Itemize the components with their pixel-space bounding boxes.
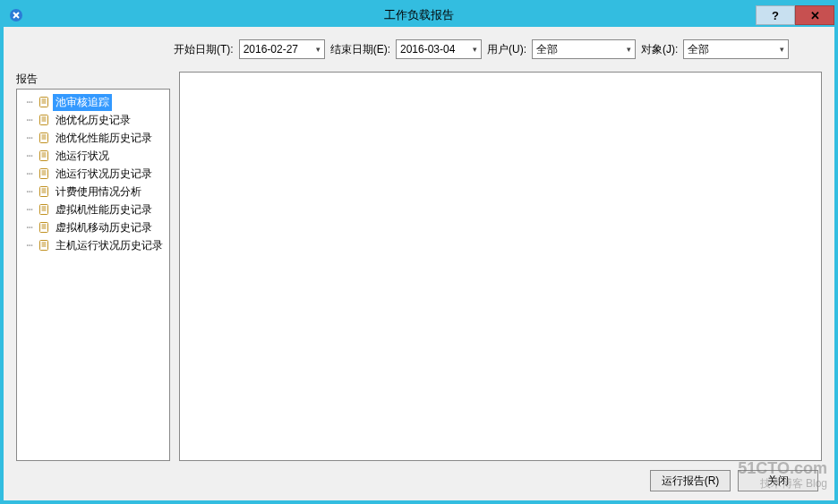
svg-rect-35 — [40, 241, 48, 251]
app-icon — [9, 8, 23, 22]
svg-rect-11 — [40, 133, 48, 143]
chevron-down-icon: ▾ — [473, 45, 477, 54]
svg-rect-27 — [40, 205, 48, 215]
object-label: 对象(J): — [641, 42, 678, 57]
titlebar: 工作负载报告 ? ✕ — [4, 4, 834, 27]
user-dropdown[interactable]: 全部 ▾ — [532, 39, 636, 59]
tree-connector: ⋯ — [24, 167, 35, 180]
tree-item[interactable]: ⋯池运行状况 — [19, 147, 167, 165]
tree-item-label: 虚拟机移动历史记录 — [53, 219, 155, 236]
tree-item-label: 虚拟机性能历史记录 — [53, 201, 155, 218]
tree-item-label: 计费使用情况分析 — [53, 184, 144, 201]
svg-rect-7 — [40, 115, 48, 125]
object-dropdown[interactable]: 全部 ▾ — [683, 39, 789, 59]
tree-connector: ⋯ — [24, 185, 35, 198]
tree-item-label: 主机运行状况历史记录 — [53, 237, 166, 254]
window-controls: ? ✕ — [756, 5, 834, 25]
start-date-value: 2016-02-27 — [244, 43, 298, 56]
tree-item[interactable]: ⋯虚拟机移动历史记录 — [19, 218, 167, 236]
report-icon — [38, 185, 50, 198]
tree-item[interactable]: ⋯虚拟机性能历史记录 — [19, 201, 167, 218]
report-icon — [38, 149, 50, 162]
tree-item-label: 池运行状况历史记录 — [53, 166, 155, 183]
svg-rect-3 — [40, 98, 48, 107]
user-label: 用户(U): — [487, 42, 526, 57]
tree-connector: ⋯ — [24, 203, 35, 216]
filter-bar: 开始日期(T): 2016-02-27 ▾ 结束日期(E): 2016-03-0… — [16, 39, 822, 59]
tree-connector: ⋯ — [24, 239, 35, 252]
report-icon — [38, 221, 50, 234]
tree-connector: ⋯ — [24, 96, 35, 108]
end-date-label: 结束日期(E): — [330, 42, 390, 57]
start-date-dropdown[interactable]: 2016-02-27 ▾ — [239, 39, 325, 59]
tree-connector: ⋯ — [24, 149, 35, 162]
end-date-dropdown[interactable]: 2016-03-04 ▾ — [396, 39, 482, 59]
tree-section: 报告 ⋯池审核追踪⋯池优化历史记录⋯池优化性能历史记录⋯池运行状况⋯池运行状况历… — [16, 72, 170, 461]
tree-heading: 报告 — [16, 72, 170, 87]
report-icon — [38, 114, 50, 126]
tree-item[interactable]: ⋯主机运行状况历史记录 — [19, 236, 167, 254]
detail-panel — [179, 72, 822, 461]
tree-item-label: 池优化历史记录 — [53, 112, 133, 129]
start-date-label: 开始日期(T): — [174, 42, 234, 57]
report-icon — [38, 239, 50, 252]
chevron-down-icon: ▾ — [316, 45, 321, 54]
tree-connector: ⋯ — [24, 221, 35, 234]
help-button[interactable]: ? — [756, 5, 795, 25]
svg-rect-15 — [40, 151, 48, 161]
close-dialog-button[interactable]: 关闭 — [738, 470, 818, 491]
svg-rect-19 — [40, 169, 48, 179]
close-button[interactable]: ✕ — [795, 5, 834, 25]
svg-rect-23 — [40, 187, 48, 197]
tree-item[interactable]: ⋯池优化历史记录 — [19, 111, 167, 129]
svg-rect-31 — [40, 223, 48, 233]
dialog-window: 工作负载报告 ? ✕ 开始日期(T): 2016-02-27 ▾ 结束日期(E)… — [0, 0, 838, 504]
tree-item-label: 池运行状况 — [53, 148, 112, 165]
report-icon — [38, 96, 50, 108]
content-area: 开始日期(T): 2016-02-27 ▾ 结束日期(E): 2016-03-0… — [4, 27, 834, 500]
chevron-down-icon: ▾ — [627, 45, 631, 54]
main-area: 报告 ⋯池审核追踪⋯池优化历史记录⋯池优化性能历史记录⋯池运行状况⋯池运行状况历… — [16, 72, 822, 461]
end-date-value: 2016-03-04 — [400, 43, 455, 56]
tree-item[interactable]: ⋯池运行状况历史记录 — [19, 165, 167, 183]
chevron-down-icon: ▾ — [780, 45, 784, 54]
tree-connector: ⋯ — [24, 132, 35, 144]
tree-connector: ⋯ — [24, 114, 35, 126]
tree-item[interactable]: ⋯池优化性能历史记录 — [19, 129, 167, 147]
run-report-button[interactable]: 运行报告(R) — [650, 470, 731, 491]
report-icon — [38, 167, 50, 180]
user-value: 全部 — [536, 42, 558, 57]
tree-item[interactable]: ⋯池审核追踪 — [19, 93, 167, 111]
tree-item[interactable]: ⋯计费使用情况分析 — [19, 183, 167, 201]
button-row: 运行报告(R) 关闭 — [16, 461, 822, 495]
tree-item-label: 池优化性能历史记录 — [53, 130, 155, 147]
window-title: 工作负载报告 — [4, 7, 834, 23]
report-icon — [38, 132, 50, 144]
tree-item-label: 池审核追踪 — [53, 94, 112, 111]
report-icon — [38, 203, 50, 216]
object-value: 全部 — [688, 42, 709, 57]
tree-panel: ⋯池审核追踪⋯池优化历史记录⋯池优化性能历史记录⋯池运行状况⋯池运行状况历史记录… — [16, 89, 170, 461]
